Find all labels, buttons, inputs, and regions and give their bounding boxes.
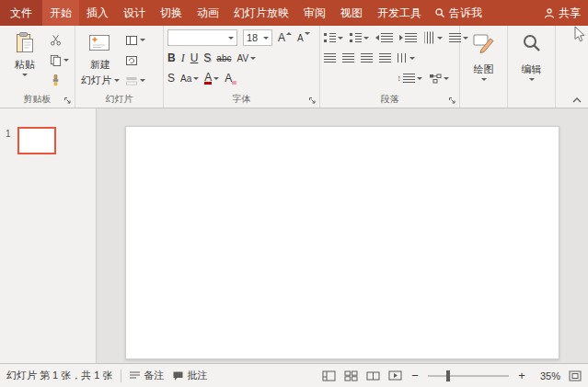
text-effects-button[interactable]: S	[167, 73, 175, 85]
text-direction-icon	[425, 32, 434, 44]
tell-me-label: 告诉我	[449, 6, 482, 21]
align-center-button[interactable]	[342, 53, 354, 63]
increase-indent-lines	[405, 33, 417, 42]
format-painter-button[interactable]	[50, 74, 69, 87]
align-left-button[interactable]	[324, 53, 336, 63]
clipboard-dialog-launcher[interactable]	[63, 97, 73, 106]
copy-button[interactable]	[50, 53, 69, 67]
share-person-icon	[544, 7, 555, 19]
decrease-font-size-glyph: A	[297, 32, 304, 44]
slide-thumbnail-selected[interactable]	[17, 127, 56, 154]
tab-slideshow[interactable]: 幻灯片放映	[226, 0, 296, 26]
powerpoint-window: 文件 开始 插入 设计 切换 动画 幻灯片放映 审阅 视图 开发工具 告诉我 共…	[0, 0, 588, 387]
change-case-button[interactable]: Aa	[180, 72, 199, 85]
zoom-slider-handle[interactable]	[446, 370, 450, 381]
font-color-button[interactable]: A	[204, 72, 219, 85]
font-name-dropdown-arrow	[228, 37, 234, 40]
slide-sorter-icon	[344, 370, 358, 381]
decrease-indent-button[interactable]	[375, 31, 393, 45]
increase-font-size-button[interactable]: A	[278, 32, 292, 44]
decrease-indent-icon	[375, 35, 379, 40]
section-button[interactable]	[125, 74, 145, 87]
new-slide-button[interactable]: 新建 幻灯片	[79, 28, 121, 94]
line-spacing-button[interactable]: ↕	[398, 72, 423, 85]
tab-review[interactable]: 审阅	[296, 0, 333, 26]
convert-to-smartart-button[interactable]	[429, 72, 449, 85]
paragraph-group: ↕ 段落	[320, 26, 460, 108]
decrease-font-size-button[interactable]: A	[297, 32, 310, 44]
bullets-dropdown-arrow	[338, 37, 343, 40]
share-button[interactable]: 共享	[536, 0, 588, 26]
drawing-button[interactable]: 绘图	[464, 28, 503, 105]
editing-button[interactable]: 编辑	[512, 28, 551, 105]
text-shadow-button[interactable]: S	[203, 52, 211, 64]
notes-button[interactable]: 备注	[129, 369, 165, 382]
bold-button[interactable]: B	[167, 52, 176, 64]
slides-group-label: 幻灯片	[75, 93, 163, 106]
notes-label: 备注	[144, 369, 165, 382]
zoom-percentage[interactable]: 35%	[535, 370, 560, 381]
layout-icon	[125, 35, 138, 46]
new-slide-icon	[88, 30, 112, 56]
underline-button[interactable]: U	[190, 52, 199, 64]
slide-layout-button[interactable]	[125, 33, 145, 47]
tab-design[interactable]: 设计	[116, 0, 153, 26]
text-direction-dropdown-arrow	[437, 37, 443, 40]
tab-transitions[interactable]: 切换	[153, 0, 190, 26]
paste-button[interactable]: 粘贴	[4, 28, 46, 94]
justify-button[interactable]	[379, 53, 391, 63]
font-name-select[interactable]	[167, 29, 237, 46]
slide-thumbnail-item-1[interactable]: 1	[0, 127, 96, 154]
increase-indent-button[interactable]	[399, 31, 417, 45]
numbering-button[interactable]	[350, 31, 369, 45]
bullets-button[interactable]	[324, 31, 343, 45]
fit-to-window-button[interactable]	[569, 370, 582, 381]
reset-slide-button[interactable]	[125, 53, 145, 67]
font-color-dropdown-arrow	[213, 77, 219, 80]
zoom-out-button[interactable]: −	[410, 370, 420, 381]
zoom-in-button[interactable]: +	[517, 370, 526, 381]
character-spacing-button[interactable]: AV	[236, 51, 256, 65]
columns-button[interactable]	[398, 51, 415, 65]
zoom-slider[interactable]	[428, 375, 509, 377]
tab-home[interactable]: 开始	[42, 0, 79, 26]
clipboard-paste-icon	[15, 30, 35, 56]
reading-view-button[interactable]	[366, 370, 380, 381]
collapse-ribbon-button[interactable]	[571, 97, 582, 104]
strikethrough-button[interactable]: abc	[216, 52, 231, 64]
tell-me-icon	[434, 7, 445, 18]
slide-number: 1	[6, 127, 11, 139]
tab-developer[interactable]: 开发工具	[370, 0, 429, 26]
ribbon: 粘贴	[0, 26, 588, 108]
slide-counter: 幻灯片 第 1 张，共 1 张	[6, 369, 113, 382]
tab-animations[interactable]: 动画	[190, 0, 226, 26]
text-direction-button[interactable]	[423, 31, 443, 45]
clipboard-group: 粘贴	[0, 26, 75, 108]
clear-formatting-button[interactable]: A	[225, 73, 232, 85]
font-dialog-launcher[interactable]	[308, 97, 317, 106]
slide-canvas[interactable]	[125, 126, 559, 359]
slideshow-button[interactable]	[388, 370, 402, 381]
paragraph-group-label: 段落	[320, 93, 459, 106]
paragraph-dialog-launcher[interactable]	[448, 97, 457, 106]
align-right-button[interactable]	[361, 53, 373, 63]
comments-button[interactable]: 批注	[172, 369, 208, 382]
cut-button[interactable]	[50, 33, 69, 47]
smartart-icon	[429, 74, 442, 84]
reading-view-icon	[366, 370, 380, 381]
share-label: 共享	[559, 6, 581, 21]
italic-button[interactable]: I	[181, 52, 185, 64]
normal-view-button[interactable]	[322, 370, 336, 381]
font-size-select[interactable]: 18	[243, 29, 272, 46]
font-size-value: 18	[247, 32, 258, 43]
tab-insert[interactable]: 插入	[79, 0, 116, 26]
tab-file[interactable]: 文件	[0, 0, 42, 26]
smartart-dropdown-arrow	[444, 77, 449, 80]
change-case-dropdown-arrow	[193, 77, 199, 80]
tab-view[interactable]: 视图	[333, 0, 370, 26]
tell-me-box[interactable]: 告诉我	[429, 0, 488, 26]
new-slide-label-line2: 幻灯片	[81, 74, 111, 87]
editing-dropdown-arrow	[529, 78, 535, 81]
slide-sorter-button[interactable]	[344, 370, 358, 381]
font-color-glyph: A	[204, 73, 212, 85]
